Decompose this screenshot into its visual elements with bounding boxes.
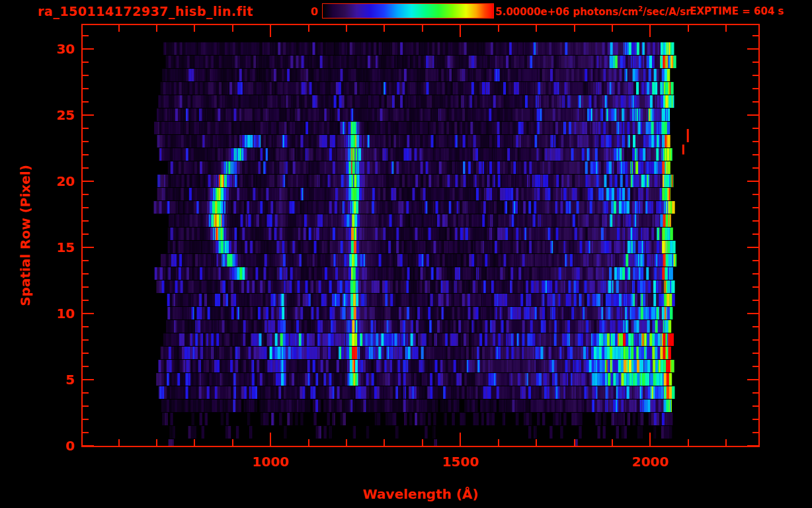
y-minor-tick-right — [752, 432, 758, 433]
x-minor-tick-top — [118, 25, 120, 32]
x-tick-label: 1500 — [427, 454, 493, 470]
x-major-tick — [270, 433, 271, 446]
y-minor-tick-right — [752, 167, 758, 169]
y-major-tick — [83, 313, 94, 314]
y-tick-label: 0 — [26, 438, 75, 454]
y-major-tick — [83, 445, 94, 446]
x-major-tick — [460, 433, 461, 446]
x-minor-tick-top — [156, 25, 157, 32]
x-minor-tick — [612, 439, 613, 446]
x-minor-tick-top — [384, 25, 385, 32]
y-minor-tick — [83, 128, 89, 129]
y-minor-tick — [83, 326, 89, 327]
colorbar-min-label: 0 — [301, 5, 318, 18]
y-minor-tick — [83, 286, 89, 288]
exptime-label: EXPTIME = 604 s — [690, 5, 784, 17]
x-minor-tick — [308, 439, 309, 446]
y-minor-tick-right — [752, 326, 758, 327]
y-major-tick — [83, 247, 94, 248]
x-minor-tick — [384, 439, 385, 446]
y-minor-tick-right — [752, 419, 758, 420]
x-major-tick-top — [649, 25, 651, 37]
y-minor-tick — [83, 207, 89, 208]
y-major-tick — [83, 181, 94, 182]
x-minor-tick-top — [725, 25, 727, 32]
y-minor-tick-right — [752, 141, 758, 142]
y-minor-tick — [83, 101, 89, 103]
y-major-tick-right — [747, 181, 758, 182]
y-axis-title: Spatial Row (Pixel) — [17, 136, 33, 335]
x-major-tick — [649, 433, 651, 446]
y-tick-label: 25 — [26, 107, 75, 123]
y-minor-tick-right — [752, 286, 758, 288]
y-minor-tick — [83, 366, 89, 367]
x-minor-tick — [194, 439, 195, 446]
y-major-tick-right — [747, 445, 758, 446]
y-minor-tick — [83, 167, 89, 169]
y-minor-tick-right — [752, 101, 758, 103]
x-major-tick-top — [460, 25, 461, 37]
plot-frame — [81, 24, 760, 447]
y-minor-tick-right — [752, 300, 758, 301]
colorbar-gradient — [322, 3, 494, 19]
x-minor-tick-top — [688, 25, 689, 32]
x-minor-tick-top — [574, 25, 575, 32]
y-minor-tick — [83, 141, 89, 142]
y-minor-tick-right — [752, 339, 758, 341]
y-minor-tick-right — [752, 366, 758, 367]
y-minor-tick — [83, 35, 89, 36]
y-minor-tick-right — [752, 273, 758, 275]
colorbar-units-suffix: /sec/A/sr — [643, 6, 690, 18]
x-axis-title: Wavelength (Å) — [321, 486, 520, 502]
y-minor-tick-right — [752, 233, 758, 235]
y-tick-label: 20 — [26, 173, 75, 189]
y-major-tick — [83, 379, 94, 380]
y-major-tick-right — [747, 48, 758, 50]
colorbar-units-prefix: photons/cm — [569, 6, 638, 18]
x-minor-tick-top — [612, 25, 613, 32]
y-minor-tick — [83, 419, 89, 420]
x-minor-tick-top — [498, 25, 499, 32]
y-minor-tick-right — [752, 75, 758, 76]
y-tick-label: 30 — [26, 41, 75, 57]
x-minor-tick — [156, 439, 157, 446]
y-minor-tick — [83, 339, 89, 341]
colorbar-max-value: 5.00000e+06 — [495, 6, 569, 18]
y-minor-tick-right — [752, 128, 758, 129]
x-minor-tick-top — [308, 25, 309, 32]
y-minor-tick-right — [752, 260, 758, 261]
y-minor-tick-right — [752, 220, 758, 222]
y-minor-tick-right — [752, 62, 758, 63]
x-minor-tick — [422, 439, 423, 446]
y-minor-tick — [83, 260, 89, 261]
y-minor-tick-right — [752, 353, 758, 354]
y-minor-tick — [83, 75, 89, 76]
x-minor-tick-top — [232, 25, 233, 32]
x-tick-label: 2000 — [617, 454, 683, 470]
y-minor-tick — [83, 353, 89, 354]
y-major-tick-right — [747, 379, 758, 380]
y-minor-tick-right — [752, 35, 758, 36]
x-minor-tick-top — [536, 25, 537, 32]
x-minor-tick-top — [194, 25, 195, 32]
y-minor-tick-right — [752, 88, 758, 89]
y-major-tick-right — [747, 247, 758, 248]
y-minor-tick-right — [752, 405, 758, 407]
y-tick-label: 15 — [26, 239, 75, 255]
y-tick-label: 5 — [26, 372, 75, 388]
y-minor-tick — [83, 405, 89, 407]
y-major-tick — [83, 48, 94, 50]
y-minor-tick — [83, 62, 89, 63]
y-minor-tick — [83, 300, 89, 301]
colorbar-units-superscript: 2 — [638, 5, 643, 13]
x-minor-tick — [574, 439, 575, 446]
filename-title: ra_150114172937_hisb_lin.fit — [38, 4, 253, 19]
plot-window: ra_150114172937_hisb_lin.fit 0 5.00000e+… — [0, 0, 812, 508]
y-minor-tick-right — [752, 154, 758, 155]
x-minor-tick — [688, 439, 689, 446]
y-minor-tick — [83, 220, 89, 222]
x-tick-label: 1000 — [237, 454, 304, 470]
x-minor-tick — [346, 439, 347, 446]
y-minor-tick — [83, 392, 89, 394]
colorbar-max-label: 5.00000e+06 photons/cm2/sec/A/sr — [495, 5, 690, 18]
